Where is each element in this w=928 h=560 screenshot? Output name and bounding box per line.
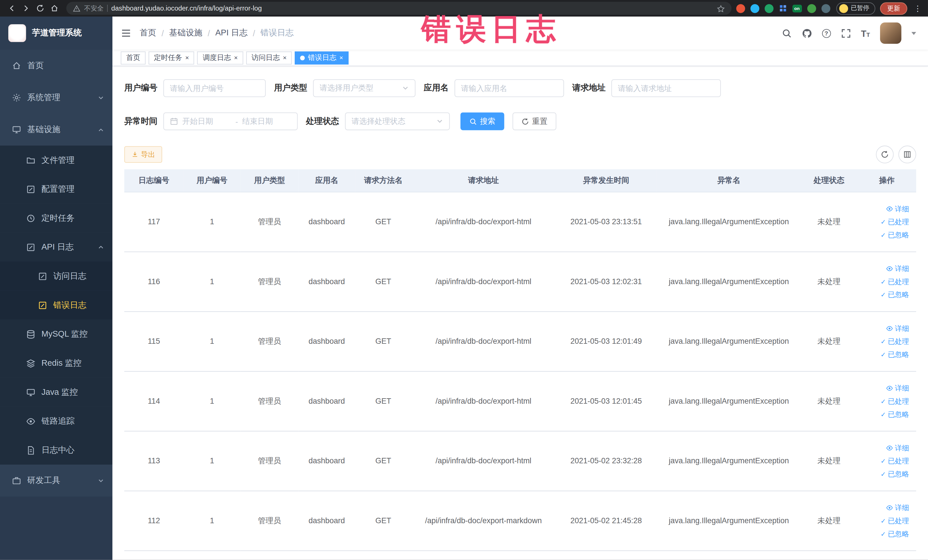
sidebar-item-home[interactable]: 首页	[0, 50, 112, 82]
ignored-link[interactable]: ✓已忽略	[861, 348, 909, 361]
processed-link[interactable]: ✓已处理	[861, 514, 909, 527]
ignored-link[interactable]: ✓已忽略	[861, 527, 909, 540]
tab-home[interactable]: 首页	[121, 51, 145, 64]
cell-user-id: 1	[183, 491, 240, 551]
sidebar-item-java-monitor[interactable]: Java 监控	[0, 378, 112, 407]
github-icon[interactable]	[801, 28, 812, 38]
user-id-input[interactable]	[163, 79, 266, 97]
request-url-input[interactable]	[611, 79, 721, 97]
processed-link[interactable]: ✓已处理	[861, 454, 909, 467]
profile-paused-chip[interactable]: 已暂停	[836, 2, 875, 15]
processed-link[interactable]: ✓已处理	[861, 395, 909, 407]
sidebar-item-redis-monitor[interactable]: Redis 监控	[0, 349, 112, 378]
detail-link[interactable]: 详细	[861, 501, 909, 514]
sidebar-item-scheduled-tasks[interactable]: 定时任务	[0, 204, 112, 233]
paused-badge-label: 已暂停	[851, 4, 869, 12]
sidebar-item-log-center[interactable]: 日志中心	[0, 436, 112, 465]
sidebar-item-mysql-monitor[interactable]: MySQL 监控	[0, 319, 112, 349]
export-button-label: 导出	[141, 150, 155, 159]
extension-icon-2[interactable]	[750, 4, 759, 12]
sidebar-item-api-logs[interactable]: API 日志	[0, 232, 112, 262]
tab-access-logs[interactable]: 访问日志 ×	[246, 51, 292, 64]
detail-link[interactable]: 详细	[861, 262, 909, 275]
detail-link[interactable]: 详细	[861, 441, 909, 455]
security-label[interactable]: 不安全	[84, 4, 104, 12]
export-button[interactable]: 导出	[124, 146, 162, 163]
sidebar-item-file-management[interactable]: 文件管理	[0, 145, 112, 175]
close-icon[interactable]: ×	[234, 55, 238, 61]
extension-leaf-icon[interactable]	[807, 4, 816, 12]
sidebar-item-access-logs[interactable]: 访问日志	[0, 262, 112, 291]
reset-button[interactable]: 重置	[513, 112, 557, 130]
browser-menu-icon[interactable]: ⋮	[912, 4, 923, 12]
user-avatar[interactable]	[880, 23, 902, 44]
sidebar-item-infrastructure[interactable]: 基础设施	[0, 113, 112, 145]
search-button[interactable]: 搜索	[461, 112, 504, 130]
user-type-select[interactable]: 请选择用户类型	[313, 79, 415, 97]
cell-exception-name: java.lang.IllegalArgumentException	[657, 491, 800, 551]
cell-method: GET	[355, 252, 412, 311]
breadcrumb-item[interactable]: 首页	[140, 28, 156, 38]
search-icon[interactable]	[781, 28, 792, 38]
breadcrumb-item[interactable]: 基础设施	[169, 28, 202, 38]
tab-scheduled-tasks[interactable]: 定时任务 ×	[149, 51, 195, 64]
app-name-input[interactable]	[455, 79, 564, 97]
font-size-icon[interactable]: TT	[861, 29, 870, 38]
help-icon[interactable]: ?	[822, 29, 831, 38]
eye-icon	[886, 504, 893, 511]
filter-user-type: 用户类型 请选择用户类型	[274, 79, 416, 97]
eye-icon	[886, 444, 893, 451]
browser-reload-button[interactable]	[33, 1, 47, 15]
breadcrumb-item[interactable]: API 日志	[215, 28, 247, 38]
process-status-select[interactable]: 请选择处理状态	[345, 112, 450, 130]
processed-link[interactable]: ✓已处理	[861, 335, 909, 348]
fullscreen-icon[interactable]	[841, 28, 851, 38]
avatar-caret-icon[interactable]	[911, 32, 916, 35]
sidebar-item-link-tracing[interactable]: 链路追踪	[0, 406, 112, 436]
browser-back-button[interactable]	[5, 1, 19, 15]
sidebar-logo[interactable]: 芋道管理系统	[0, 17, 112, 50]
cell-method: GET	[355, 491, 412, 551]
check-icon: ✓	[881, 407, 886, 421]
detail-link[interactable]: 详细	[861, 381, 909, 395]
column-settings-button[interactable]	[898, 145, 916, 163]
sidebar-item-dev-tools[interactable]: 研发工具	[0, 465, 112, 497]
chevron-down-icon	[402, 85, 409, 92]
address-bar[interactable]: 不安全 dashboard.yudao.iocoder.cn/infra/log…	[66, 2, 731, 15]
processed-link[interactable]: ✓已处理	[861, 275, 909, 288]
close-icon[interactable]: ×	[185, 55, 189, 61]
extension-paw-icon[interactable]	[821, 4, 830, 12]
extension-grid-icon[interactable]	[778, 4, 787, 12]
cell-method: GET	[355, 192, 412, 252]
close-icon[interactable]: ×	[283, 55, 286, 61]
close-icon[interactable]: ×	[339, 55, 343, 61]
cell-user-id: 1	[183, 311, 240, 371]
date-separator: -	[235, 117, 238, 126]
detail-link[interactable]: 详细	[861, 322, 909, 335]
processed-link[interactable]: ✓已处理	[861, 215, 909, 228]
check-icon: ✓	[881, 467, 886, 481]
extension-icon-3[interactable]	[764, 4, 773, 12]
ignored-link[interactable]: ✓已忽略	[861, 407, 909, 421]
cell-actions: 详细 ✓已处理 ✓已忽略	[858, 491, 916, 551]
ignored-link[interactable]: ✓已忽略	[861, 467, 909, 481]
browser-update-button[interactable]: 更新	[880, 2, 907, 15]
sidebar-item-config-management[interactable]: 配置管理	[0, 175, 112, 204]
sidebar-item-system-management[interactable]: 系统管理	[0, 82, 112, 113]
bookmark-star-icon[interactable]	[716, 3, 725, 14]
extension-icon-1[interactable]	[736, 4, 745, 12]
sidebar-item-label: 首页	[27, 61, 44, 71]
tab-error-logs[interactable]: 错误日志 ×	[295, 51, 349, 64]
detail-link[interactable]: 详细	[861, 202, 909, 215]
tab-schedule-logs[interactable]: 调度日志 ×	[197, 51, 243, 64]
refresh-button[interactable]	[876, 145, 893, 163]
browser-forward-button[interactable]	[19, 1, 33, 15]
ignored-link[interactable]: ✓已忽略	[861, 288, 909, 301]
exception-time-range-picker[interactable]: 开始日期 - 结束日期	[163, 112, 298, 130]
extension-on-badge[interactable]: on	[792, 5, 801, 12]
sidebar-item-error-logs[interactable]: 错误日志	[0, 291, 112, 320]
browser-home-button[interactable]	[47, 1, 62, 15]
url-text[interactable]: dashboard.yudao.iocoder.cn/infra/log/api…	[111, 5, 262, 12]
ignored-link[interactable]: ✓已忽略	[861, 228, 909, 241]
hamburger-icon[interactable]	[121, 28, 131, 38]
